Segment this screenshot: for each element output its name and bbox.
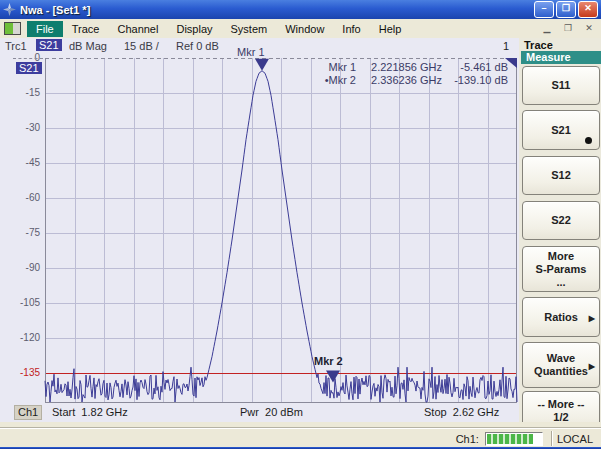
softkey-sidebar: Trace Measure S11S21S12S22MoreS-Params..… — [519, 38, 601, 428]
softkey-more-s-params[interactable]: MoreS-Params... — [522, 246, 600, 292]
menu-item-display[interactable]: Display — [167, 21, 221, 37]
menu-item-system[interactable]: System — [222, 21, 277, 37]
diagram-number: 1 — [503, 40, 509, 52]
plot-canvas[interactable] — [45, 58, 517, 403]
status-channel-label: Ch1: — [456, 433, 479, 445]
softkey-s12[interactable]: S12 — [522, 156, 600, 195]
softkey-label: More — [548, 250, 574, 263]
y-tick-label: -105 — [0, 297, 40, 308]
sweep-progress-bar — [485, 432, 543, 446]
y-tick-label: -75 — [0, 227, 40, 238]
submenu-arrow-icon: ▶ — [589, 360, 595, 373]
reference-line-extension — [13, 58, 43, 59]
marker-level: -139.10 dB — [442, 74, 508, 87]
softkey-s21[interactable]: S21 — [522, 110, 600, 150]
y-tick-label: -60 — [0, 192, 40, 203]
marker-readout: Mkr 12.221856 GHz-5.461 dB•Mkr 22.336236… — [312, 61, 508, 87]
marker-frequency: 2.221856 GHz — [356, 61, 442, 74]
trace-name[interactable]: Trc1 — [5, 40, 27, 52]
y-tick-label: -45 — [0, 157, 40, 168]
minimize-button[interactable]: – — [534, 1, 554, 18]
status-bar: Ch1: LOCAL — [0, 428, 601, 448]
marker1-flag-label[interactable]: Mkr 1 — [237, 46, 265, 58]
softkey-s22[interactable]: S22 — [522, 201, 600, 240]
menu-item-file[interactable]: File — [27, 21, 63, 37]
softkey-ratios[interactable]: Ratios▶ — [522, 297, 600, 337]
menu-item-window[interactable]: Window — [276, 21, 333, 37]
channel-badge[interactable]: Ch1 — [14, 405, 42, 420]
softkey-s11[interactable]: S11 — [522, 66, 600, 105]
softkey-wave-quantities[interactable]: WaveQuantities▶ — [522, 342, 600, 388]
softkey-label: S11 — [552, 79, 571, 92]
marker-readout-row: •Mkr 22.336236 GHz-139.10 dB — [312, 74, 508, 87]
trace-format[interactable]: dB Mag — [69, 40, 107, 52]
sweep-start-value: Start 1.82 GHz — [52, 406, 128, 418]
mdi-minimize-icon[interactable]: ▁ — [538, 21, 556, 36]
marker-name: Mkr 1 — [312, 61, 356, 74]
submenu-arrow-icon: ▶ — [589, 312, 595, 325]
menu-item-trace[interactable]: Trace — [63, 21, 109, 37]
close-button[interactable]: ✕ — [578, 1, 598, 18]
remote-local-indicator: LOCAL — [557, 433, 593, 445]
marker-frequency: 2.336236 GHz — [356, 74, 442, 87]
trace-scale[interactable]: 15 dB / — [124, 40, 159, 52]
menu-item-help[interactable]: Help — [370, 21, 411, 37]
nwa-application-window: Nwa - [Set1 *] – ❐ ✕ FileTraceChannelDis… — [0, 0, 601, 449]
document-icon[interactable] — [4, 22, 21, 35]
sweep-stop-value: Stop 2.62 GHz — [424, 406, 499, 418]
status-divider — [551, 431, 552, 446]
y-tick-label: -135 — [0, 367, 40, 378]
active-selection-dot — [585, 137, 592, 144]
menu-bar: FileTraceChannelDisplaySystemWindowInfoH… — [0, 19, 601, 39]
restore-button[interactable]: ❐ — [556, 1, 576, 18]
y-tick-label: -30 — [0, 122, 40, 133]
marker-level: -5.461 dB — [442, 61, 508, 74]
softkey-label: Quantities — [534, 365, 588, 378]
trace-label-chip[interactable]: S21 — [16, 62, 42, 74]
mdi-close-icon[interactable]: ✕ — [580, 21, 598, 36]
softkey-menu-title: Trace — [524, 39, 553, 51]
marker-name: •Mkr 2 — [312, 74, 356, 87]
softkey-label: S12 — [551, 169, 571, 182]
window-title: Nwa - [Set1 *] — [20, 4, 534, 16]
channel-info-bar: Ch1 Start 1.82 GHz Pwr 20 dBm Stop 2.62 … — [0, 403, 519, 422]
softkey-label: -- More -- — [537, 398, 584, 411]
marker-readout-row: Mkr 12.221856 GHz-5.461 dB — [312, 61, 508, 74]
sweep-power-value: Pwr 20 dBm — [240, 406, 303, 418]
marker2-flag-label[interactable]: Mkr 2 — [314, 355, 343, 367]
marker1-triangle[interactable] — [255, 59, 269, 71]
softkey-section-header: Measure — [521, 51, 601, 64]
menu-item-info[interactable]: Info — [333, 21, 369, 37]
trace-measurement-chip[interactable]: S21 — [36, 39, 62, 51]
title-bar[interactable]: Nwa - [Set1 *] – ❐ ✕ — [0, 0, 601, 19]
softkey-label: ... — [556, 276, 565, 289]
mdi-restore-icon[interactable]: ❐ — [559, 21, 577, 36]
menu-item-channel[interactable]: Channel — [108, 21, 167, 37]
softkey-label: Wave — [547, 352, 575, 365]
y-tick-label: -120 — [0, 332, 40, 343]
softkey-label: S21 — [551, 124, 571, 137]
diagram-area[interactable]: Trc1 S21 dB Mag 15 dB / Ref 0 dB 1 0-15-… — [0, 38, 519, 422]
softkey-label: S-Params — [536, 263, 587, 276]
y-tick-label: -90 — [0, 262, 40, 273]
trace-reference[interactable]: Ref 0 dB — [176, 40, 219, 52]
menu-items: FileTraceChannelDisplaySystemWindowInfoH… — [27, 23, 410, 35]
y-tick-label: -15 — [0, 87, 40, 98]
softkey-label: Ratios — [544, 311, 578, 324]
softkey-label: S22 — [551, 214, 571, 227]
app-icon — [3, 3, 16, 16]
